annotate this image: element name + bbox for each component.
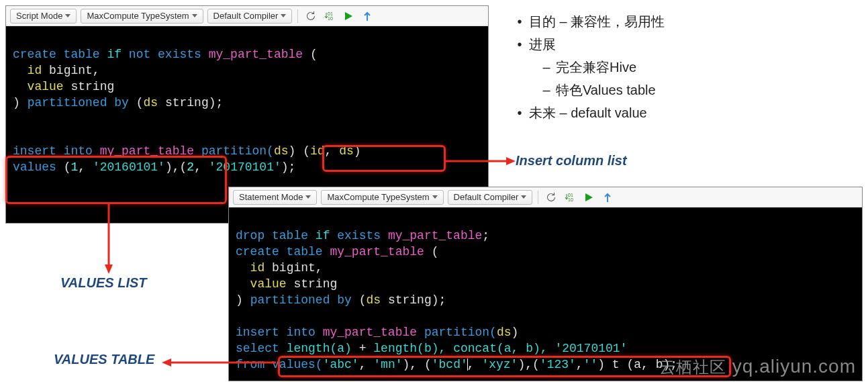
script-mode-dropdown[interactable]: Script Mode [10,9,77,23]
svg-marker-5 [506,157,516,165]
mode-label: Script Mode [16,11,62,21]
notes-panel: 目的 – 兼容性，易用性 进展 完全兼容Hive 特色Values table … [510,10,665,124]
watermark-cn: 云栖社区 [659,358,726,376]
bullet-progress: 进展 [510,33,665,56]
compiler-dropdown[interactable]: Default Compiler [448,190,533,205]
caret-icon [305,195,311,199]
caret-icon [521,195,526,199]
watermark-en: yq.aliyun.com [732,356,856,377]
bullet-future: 未来 – default value [510,101,665,124]
refresh-icon[interactable] [544,190,559,205]
run-icon[interactable] [581,190,596,205]
label-values-table: VALUES TABLE [54,352,154,367]
typesystem-dropdown[interactable]: MaxCompute TypeSystem [321,190,443,205]
typesystem-label: MaxCompute TypeSystem [327,192,429,202]
typesystem-dropdown[interactable]: MaxCompute TypeSystem [81,9,203,23]
code-area-2[interactable]: drop table if exists my_part_table; crea… [229,207,862,381]
watermark: 云栖社区 yq.aliyun.com [659,356,856,378]
statement-mode-dropdown[interactable]: Statement Mode [233,190,317,205]
refresh-icon[interactable] [303,9,318,23]
svg-marker-9 [162,359,171,367]
compiler-dropdown[interactable]: Default Compiler [207,9,293,23]
binary-down-icon[interactable]: 0110 [322,9,337,23]
caret-icon [281,14,286,17]
binary-down-icon[interactable]: 0110 [563,190,577,205]
compiler-label: Default Compiler [454,192,519,202]
svg-text:01: 01 [328,11,333,16]
separator [297,9,298,23]
upload-icon[interactable] [360,9,375,23]
caret-icon [65,14,70,17]
caret-icon [432,195,438,199]
separator [538,191,538,204]
label-insert-column-list: Insert column list [516,153,627,169]
run-icon[interactable] [341,9,356,23]
svg-text:10: 10 [328,16,333,21]
svg-text:10: 10 [568,197,573,202]
bullet-hive: 完全兼容Hive [537,56,665,79]
typesystem-label: MaxCompute TypeSystem [87,11,189,21]
bullet-purpose: 目的 – 兼容性，易用性 [510,10,665,33]
bullet-values-table: 特色Values table [537,79,665,101]
mode-label: Statement Mode [239,192,303,202]
caret-icon [192,14,197,17]
toolbar-2: Statement Mode MaxCompute TypeSystem Def… [229,187,862,207]
editor-panel-2: Statement Mode MaxCompute TypeSystem Def… [228,187,863,381]
compiler-label: Default Compiler [213,11,279,21]
svg-text:01: 01 [568,193,573,197]
label-values-list: VALUES LIST [60,275,147,291]
upload-icon[interactable] [600,190,615,205]
svg-marker-7 [105,265,113,274]
toolbar-1: Script Mode MaxCompute TypeSystem Defaul… [6,6,488,26]
